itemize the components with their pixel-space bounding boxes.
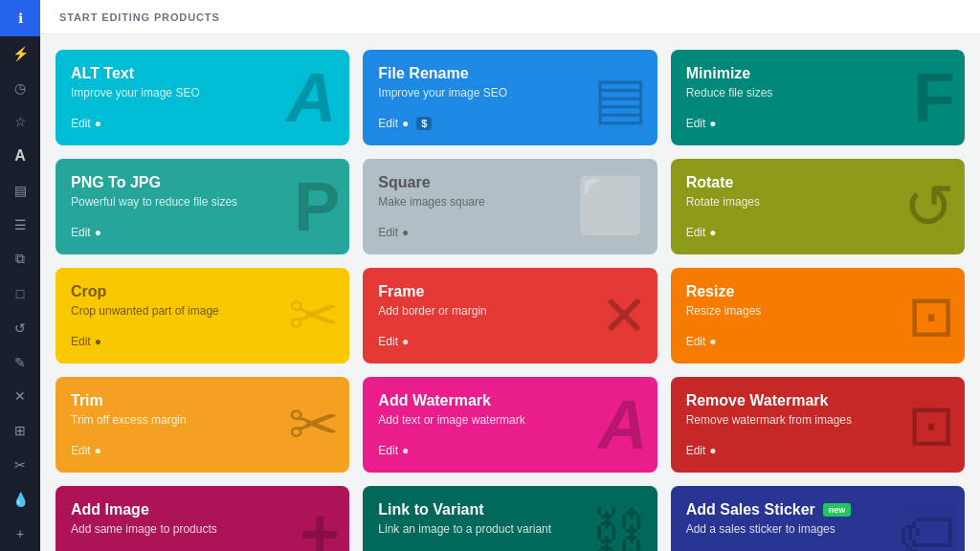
add-icon: + [16, 526, 24, 541]
card-remove-watermark[interactable]: ⊡ Remove Watermark Remove watermark from… [671, 377, 965, 473]
paid-badge: $ [416, 117, 432, 130]
card-remove-watermark-footer: Edit ● [686, 444, 949, 457]
card-minimize-footer: Edit ● [686, 117, 949, 130]
list-icon: ☰ [14, 217, 27, 232]
card-trim[interactable]: ✂ Trim Trim off excess margin Edit ● [56, 377, 349, 473]
card-link-to-variant-desc: Link an image to a product variant [378, 522, 641, 536]
sidebar-item-file[interactable]: ▤ [0, 173, 40, 208]
card-crop-title: Crop [71, 283, 334, 300]
card-trim-desc: Trim off excess margin [71, 413, 334, 427]
cards-grid-container: A ALT Text Improve your image SEO Edit ●… [40, 34, 980, 551]
card-minimize[interactable]: F Minimize Reduce file sizes Edit ● [671, 50, 965, 145]
card-frame-desc: Add border or margin [378, 304, 641, 318]
card-file-rename-title: File Rename [378, 65, 641, 82]
card-add-image-desc: Add same image to products [71, 522, 334, 536]
undo-icon: ↺ [14, 320, 26, 336]
sidebar-item-drop[interactable]: 💧 [0, 482, 40, 517]
card-trim-footer: Edit ● [71, 444, 334, 457]
card-trim-title: Trim [71, 392, 334, 409]
file-icon: ▤ [14, 183, 27, 198]
cards-grid: A ALT Text Improve your image SEO Edit ●… [56, 50, 965, 551]
card-resize-title: Resize [686, 283, 949, 300]
box-icon: □ [16, 286, 24, 301]
card-file-rename-desc: Improve your image SEO [378, 86, 641, 99]
main-content: START EDITING PRODUCTS A ALT Text Improv… [40, 0, 980, 551]
scissors-icon: ✂ [14, 457, 26, 473]
card-remove-watermark-desc: Remove watermark from images [686, 413, 949, 427]
page-header: START EDITING PRODUCTS [40, 0, 980, 34]
card-file-rename[interactable]: ▤ File Rename Improve your image SEO Edi… [363, 50, 657, 145]
card-crop-footer: Edit ● [71, 335, 334, 348]
card-png-to-jpg[interactable]: P PNG To JPG Powerful way to reduce file… [56, 159, 349, 254]
card-minimize-desc: Reduce file sizes [686, 86, 949, 99]
sidebar-item-add[interactable]: + [0, 517, 40, 551]
sidebar-item-copy[interactable]: ⧉ [0, 242, 40, 276]
sidebar: ℹ ⚡ ◷ ☆ A ▤ ☰ ⧉ □ ↺ ✎ ✕ ⊞ ✂ 💧 + [0, 0, 40, 551]
card-crop-desc: Crop unwanted part of image [71, 304, 334, 318]
card-rotate-title: Rotate [686, 174, 949, 191]
card-png-to-jpg-footer: Edit ● [71, 226, 334, 239]
card-square-desc: Make images square [378, 195, 641, 209]
card-add-sales-sticker-desc: Add a sales sticker to images [686, 522, 852, 536]
card-png-to-jpg-desc: Powerful way to reduce file sizes [71, 195, 334, 209]
sidebar-item-list[interactable]: ☰ [0, 208, 40, 242]
sidebar-item-box[interactable]: □ [0, 276, 40, 311]
card-frame[interactable]: ✕ Frame Add border or margin Edit ● [363, 268, 657, 364]
sidebar-item-edit[interactable]: ✎ [0, 345, 40, 380]
new-badge: new [823, 503, 852, 517]
copy-icon: ⧉ [15, 251, 25, 267]
sidebar-item-text[interactable]: A [0, 139, 40, 173]
card-resize[interactable]: ⊡ Resize Resize images Edit ● [671, 268, 965, 364]
card-crop[interactable]: ✂ Crop Crop unwanted part of image Edit … [56, 268, 349, 364]
card-add-watermark-footer: Edit ● [378, 444, 641, 457]
card-rotate-footer: Edit ● [686, 226, 949, 239]
card-add-sales-sticker[interactable]: 🏷 Add Sales Sticker new Add a sales stic… [671, 486, 965, 551]
card-add-image[interactable]: + Add Image Add same image to products A… [56, 486, 349, 551]
card-add-image-title: Add Image [71, 501, 334, 518]
sidebar-item-bolt[interactable]: ⚡ [0, 36, 40, 71]
info-icon: ℹ [18, 11, 23, 26]
card-square-footer: Edit ● [378, 226, 641, 239]
card-rotate[interactable]: ↺ Rotate Rotate images Edit ● [671, 159, 965, 254]
card-alt-text-footer: Edit ● [71, 117, 334, 130]
card-png-to-jpg-title: PNG To JPG [71, 174, 334, 191]
card-add-sales-sticker-title: Add Sales Sticker new [686, 501, 852, 518]
card-alt-text[interactable]: A ALT Text Improve your image SEO Edit ● [56, 50, 349, 145]
card-alt-text-desc: Improve your image SEO [71, 86, 334, 99]
card-square[interactable]: ⬜ Square Make images square Edit ● [363, 159, 657, 254]
sidebar-item-clock[interactable]: ◷ [0, 71, 40, 105]
card-alt-text-title: ALT Text [71, 65, 334, 82]
text-icon: A [14, 147, 26, 165]
sidebar-item-star[interactable]: ☆ [0, 105, 40, 140]
card-add-watermark-desc: Add text or image watermark [378, 413, 641, 427]
card-resize-desc: Resize images [686, 304, 949, 318]
cross-icon: ✕ [14, 388, 26, 404]
card-remove-watermark-title: Remove Watermark [686, 392, 949, 409]
card-resize-footer: Edit ● [686, 335, 949, 348]
card-frame-title: Frame [378, 283, 641, 300]
bolt-icon: ⚡ [12, 46, 29, 61]
card-link-to-variant[interactable]: ⛓ Link to Variant Link an image to a pro… [363, 486, 657, 551]
grid-icon: ⊞ [14, 423, 26, 438]
sidebar-item-info[interactable]: ℹ [0, 0, 40, 36]
clock-icon: ◷ [14, 80, 26, 96]
card-add-watermark[interactable]: A Add Watermark Add text or image waterm… [363, 377, 657, 473]
card-add-watermark-title: Add Watermark [378, 392, 641, 409]
card-link-to-variant-title: Link to Variant [378, 501, 641, 518]
sidebar-item-undo[interactable]: ↺ [0, 311, 40, 345]
card-file-rename-footer: Edit ● $ [378, 117, 641, 130]
card-minimize-title: Minimize [686, 65, 949, 82]
drop-icon: 💧 [12, 492, 29, 507]
star-icon: ☆ [14, 114, 27, 129]
card-square-title: Square [378, 174, 641, 191]
page-title: START EDITING PRODUCTS [59, 11, 220, 23]
sidebar-item-grid[interactable]: ⊞ [0, 413, 40, 448]
sidebar-item-scissors[interactable]: ✂ [0, 448, 40, 482]
card-rotate-desc: Rotate images [686, 195, 949, 209]
edit-icon: ✎ [14, 355, 26, 370]
sidebar-item-cross[interactable]: ✕ [0, 380, 40, 414]
card-frame-footer: Edit ● [378, 335, 641, 348]
